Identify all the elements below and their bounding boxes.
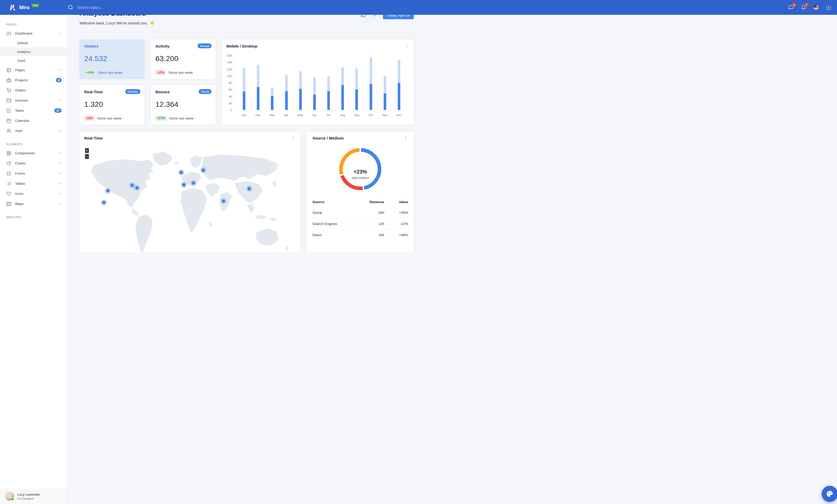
header-divider xyxy=(79,32,414,33)
brand-name: Mira xyxy=(19,5,29,11)
sidebar-badge: 8 xyxy=(56,78,61,82)
sidebar-item-orders[interactable]: Orders xyxy=(0,85,67,95)
sidebar-subitem-default[interactable]: Default xyxy=(0,38,67,47)
stat-value: 63.200 xyxy=(156,54,211,63)
bar-sep xyxy=(350,56,364,110)
table-row-social: Social260+35% xyxy=(313,207,408,218)
sidebar-item-maps[interactable]: Maps xyxy=(0,199,67,209)
stat-card-real-time: Real-TimeMonthly1.320-18%Since last week xyxy=(79,85,144,125)
sidebar-item-calendar[interactable]: Calendar xyxy=(0,116,67,126)
stat-period-badge[interactable]: Annual xyxy=(198,43,212,48)
sidebar-item-dashboard[interactable]: Dashboard xyxy=(0,28,67,38)
sidebar-subitem-analytics[interactable]: Analytics xyxy=(0,47,67,56)
chevron-down-icon xyxy=(58,161,61,165)
bar-may xyxy=(293,56,307,110)
credit-card-icon xyxy=(6,98,11,103)
search-icon xyxy=(68,5,73,10)
sidebar-item-auth[interactable]: Auth xyxy=(0,126,67,136)
sidebar-item-tables[interactable]: Tables xyxy=(0,179,67,189)
briefcase-icon xyxy=(6,78,11,82)
stat-card-bounce: BounceYearly12.364+27%Since last week xyxy=(151,85,215,125)
stat-note: Since last week xyxy=(168,71,193,75)
bar-mar xyxy=(265,56,279,110)
sidebar-item-invoices[interactable]: Invoices xyxy=(0,95,67,106)
calendar-icon xyxy=(6,118,11,123)
top-navbar: Mira PRO 3 7 xyxy=(0,0,418,15)
donut-chart: +23% new visitors xyxy=(313,147,408,191)
world-map[interactable] xyxy=(79,146,301,252)
map-marker xyxy=(200,167,207,173)
brand-logo[interactable]: Mira PRO xyxy=(0,4,58,11)
sidebar-item-tasks[interactable]: Tasks17 xyxy=(0,106,67,116)
source-kebab-menu-icon[interactable] xyxy=(404,136,408,141)
mira-logo-icon xyxy=(9,4,16,11)
table-row-direct: Direct164+46% xyxy=(313,229,408,241)
chevron-down-icon xyxy=(58,68,61,72)
bar-apr xyxy=(280,56,293,110)
sliders-icon xyxy=(6,31,11,36)
bar-chart-plot xyxy=(234,56,409,110)
map-card-title: Real-Time xyxy=(84,136,103,140)
sidebar-item-components[interactable]: Components xyxy=(0,148,67,158)
stat-delta-badge: -12% xyxy=(156,70,165,75)
navbar-search xyxy=(68,5,418,10)
stat-delta-badge: -18% xyxy=(84,116,94,121)
table-header-revenue: Revenue xyxy=(356,198,384,207)
map-marker xyxy=(220,198,227,204)
chevron-down-icon xyxy=(58,202,61,206)
wave-emoji-icon xyxy=(150,21,155,25)
bar-jan xyxy=(237,56,251,110)
map-marker xyxy=(134,185,140,191)
sidebar-item-icons[interactable]: Icons xyxy=(0,189,67,199)
sidebar-item-charts[interactable]: Charts xyxy=(0,158,67,168)
search-input[interactable] xyxy=(77,5,160,10)
map-marker xyxy=(191,180,197,186)
table-header-value: Value xyxy=(384,198,408,207)
sidebar-item-projects[interactable]: Projects8 xyxy=(0,75,67,85)
check-square-icon xyxy=(6,108,11,113)
stacked-bar-chart: 020406080100120140160 xyxy=(227,56,409,110)
sidebar: PAGESDashboardDefaultAnalyticsSaaSPagesP… xyxy=(0,15,67,252)
map-zoom-out-button[interactable]: − xyxy=(85,154,89,159)
stat-period-badge[interactable]: Yearly xyxy=(199,89,212,94)
sidebar-badge: 17 xyxy=(54,108,61,113)
stat-value: 1.320 xyxy=(84,100,140,109)
sidebar-item-forms[interactable]: Forms xyxy=(0,168,67,179)
heart-icon xyxy=(6,191,11,196)
chart-kebab-menu-icon[interactable] xyxy=(405,44,409,49)
stat-period-badge[interactable]: Monthly xyxy=(125,89,140,94)
table-header-source: Source xyxy=(313,198,356,207)
map-marker xyxy=(181,182,187,188)
map-kebab-menu-icon[interactable] xyxy=(291,136,296,141)
mobile-desktop-chart-card: Mobile / Desktop 020406080100120140160 J… xyxy=(222,39,414,125)
table-row-search-engines: Search Engines125-12% xyxy=(313,218,408,229)
stat-card-activity: ActivityAnnual63.200-12%Since last week xyxy=(151,39,215,79)
layout-icon xyxy=(6,68,11,73)
bar-nov xyxy=(378,56,392,110)
sidebar-section-label-pages: PAGES xyxy=(6,23,67,26)
users-icon xyxy=(6,129,11,133)
cart-icon xyxy=(6,88,11,93)
stat-note: Since last week xyxy=(98,71,122,75)
sidebar-section-label-mira-pro: MIRA PRO xyxy=(6,216,67,219)
sidebar-section-label-elements: ELEMENTS xyxy=(6,143,67,146)
bar-chart-y-axis: 020406080100120140160 xyxy=(227,56,234,110)
map-marker xyxy=(246,186,252,192)
stat-value: 24.532 xyxy=(84,54,140,63)
pie-chart-icon xyxy=(6,161,11,166)
chevron-down-icon xyxy=(58,98,61,102)
sidebar-subitem-saas[interactable]: SaaS xyxy=(0,56,67,65)
chevron-down-icon xyxy=(58,171,61,175)
bar-jul xyxy=(322,56,336,110)
bar-aug xyxy=(336,56,350,110)
donut-center-value: +23% xyxy=(313,169,408,175)
map-zoom-in-button[interactable]: + xyxy=(85,148,89,153)
sidebar-item-pages[interactable]: Pages xyxy=(0,65,67,75)
bar-oct xyxy=(364,56,378,110)
map-marker xyxy=(178,169,184,175)
chevron-up-icon xyxy=(58,32,61,35)
bar-feb xyxy=(251,56,265,110)
welcome-message: Welcome back, Lucy! We've missed you. xyxy=(79,21,155,25)
source-medium-card: Source / Medium +23% new visitors Source… xyxy=(307,131,414,252)
stat-title: Visitors xyxy=(84,44,140,48)
